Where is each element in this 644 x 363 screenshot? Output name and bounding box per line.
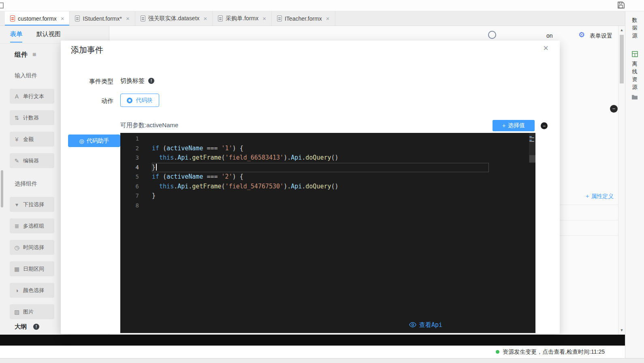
component-chip[interactable]: ◷时间选择 <box>10 240 54 255</box>
line-number: 5 <box>120 172 139 182</box>
scroll-up-arrow[interactable]: ▲ <box>618 28 625 32</box>
editor-icon: ✎ <box>14 158 20 164</box>
code-assistant-button[interactable]: ◎ 代码助手 <box>68 135 120 147</box>
rail-label-char: 源 <box>632 83 638 91</box>
select-value-button[interactable]: + 选择值 <box>493 120 535 131</box>
component-chip-label: 计数器 <box>23 114 39 122</box>
close-icon[interactable]: × <box>262 15 266 22</box>
remove-block-button[interactable]: − <box>541 122 548 129</box>
event-type-value: 切换标签 ! <box>120 77 154 85</box>
gear-icon[interactable]: ⚙ <box>578 30 585 39</box>
tab-default-view[interactable]: 默认视图 <box>36 30 61 38</box>
component-chip-label: 编辑器 <box>23 157 39 164</box>
line-number: 3 <box>120 153 139 163</box>
toolbar-circle-icon[interactable] <box>488 31 496 39</box>
component-chip[interactable]: A单行文本 <box>10 89 54 104</box>
code-line: 5if (activeName === '2') { <box>120 172 535 182</box>
file-tab[interactable]: 采购单.formx× <box>213 11 272 26</box>
grid-row-divider <box>560 205 618 205</box>
assistant-icon: ◎ <box>79 138 84 144</box>
component-chip[interactable]: ◑颜色选择 <box>10 283 54 298</box>
code-line: 3 this.Api.getFrame('field_66583413').Ap… <box>120 153 535 163</box>
code-line: 7} <box>120 191 535 201</box>
app-window: customer.formx×IStudent.formx*×强关联实体.dat… <box>0 0 644 363</box>
file-tab[interactable]: 强关联实体.datasetx× <box>135 11 213 26</box>
rail-item-datasource[interactable]: 数据源 <box>625 16 644 39</box>
line-number: 2 <box>120 144 139 154</box>
outline-section[interactable]: 大纲 ! <box>15 320 39 333</box>
form-settings-button[interactable]: 表单设置 <box>590 32 612 40</box>
close-icon[interactable]: × <box>326 15 330 22</box>
window-title-bar <box>0 0 644 11</box>
file-tab[interactable]: ITeacher.formx× <box>272 11 335 26</box>
component-chip[interactable]: ▾下拉选择 <box>10 197 54 212</box>
file-tab-label: ITeacher.formx <box>285 15 322 22</box>
close-icon[interactable]: × <box>543 43 548 53</box>
component-chip[interactable]: ▨图片 <box>10 304 54 319</box>
amount-icon: ¥ <box>14 136 20 143</box>
info-icon[interactable]: ! <box>148 78 154 84</box>
component-chip-label: 单行文本 <box>23 93 44 100</box>
assistant-label: 代码助手 <box>87 137 109 145</box>
close-icon[interactable]: × <box>126 15 130 22</box>
close-icon[interactable]: × <box>204 15 207 22</box>
select-value-label: 选择值 <box>508 122 525 129</box>
code-line: 1 <box>120 134 535 144</box>
status-message[interactable]: 资源发生变更，点击查看,检查时间:11:25 <box>503 348 605 356</box>
component-chip[interactable]: ▦日期区间 <box>10 261 54 276</box>
color-picker-icon: ◑ <box>14 287 20 294</box>
resource-rail: 数据源 离线资源 <box>625 11 644 358</box>
dropdown-icon: ▾ <box>14 201 20 208</box>
code-line: 8 <box>120 201 535 211</box>
current-line-highlight <box>152 163 489 173</box>
code-editor[interactable]: 12if (activeName === '1') {3 this.Api.ge… <box>120 133 535 333</box>
grid-row-divider <box>560 235 618 236</box>
file-tab-label: 采购单.formx <box>226 15 258 22</box>
component-chip[interactable]: ✎编辑器 <box>10 153 54 168</box>
sidebar-scrollbar-thumb[interactable] <box>1 170 3 207</box>
rail-label-char: 源 <box>632 32 638 39</box>
close-icon[interactable]: × <box>61 15 64 22</box>
plus-icon: + <box>586 193 589 200</box>
menu-icon[interactable]: ≡ <box>32 51 36 58</box>
code-block-label: 代码块 <box>136 97 153 104</box>
tab-form[interactable]: 表单 <box>10 30 22 43</box>
file-tab-bar: customer.formx×IStudent.formx*×强关联实体.dat… <box>0 11 625 26</box>
component-chip[interactable]: ≣多选框组 <box>10 218 54 233</box>
single-line-text-icon: A <box>14 93 20 100</box>
line-number: 8 <box>120 201 139 211</box>
editor-scrollbar-thumb[interactable] <box>529 155 535 162</box>
image-icon: ▨ <box>14 309 20 315</box>
file-icon <box>141 15 145 21</box>
vertical-scrollbar[interactable]: ▲ ▼ <box>618 26 625 335</box>
minimap-line <box>529 137 534 138</box>
code-line: 4} <box>120 163 535 173</box>
collapse-panel-button[interactable]: − <box>610 105 618 113</box>
component-chip[interactable]: ⇅计数器 <box>10 110 54 125</box>
scrollbar-thumb[interactable] <box>620 35 624 83</box>
rail-label-char: 线 <box>632 68 638 75</box>
add-event-dialog: 添加事件 × 事件类型 切换标签 ! 动作 代码块 可用参数:activeNam… <box>61 41 560 334</box>
folder-icon[interactable] <box>625 94 644 101</box>
file-tab-label: 强关联实体.datasetx <box>148 15 200 22</box>
dialog-title: 添加事件 <box>71 45 103 56</box>
plus-icon: + <box>502 122 505 129</box>
rail-item-offline-resource[interactable]: 离线资源 <box>625 60 644 91</box>
line-number: 1 <box>120 134 139 144</box>
scroll-down-arrow[interactable]: ▼ <box>618 328 625 332</box>
view-api-link[interactable]: 查看Api <box>409 321 442 329</box>
save-icon[interactable] <box>616 1 625 10</box>
code-text: } <box>152 191 156 201</box>
file-tab[interactable]: customer.formx× <box>5 11 70 26</box>
minimap-line <box>529 136 532 137</box>
event-type-text: 切换标签 <box>120 77 145 85</box>
code-text: if (activeName === '2') { <box>152 172 243 182</box>
code-block-action-button[interactable]: 代码块 <box>120 94 159 107</box>
line-number: 4 <box>120 163 139 173</box>
component-chip-label: 多选框组 <box>23 222 44 230</box>
component-chip[interactable]: ¥金额 <box>10 132 54 147</box>
date-range-icon: ▦ <box>14 266 20 272</box>
file-tab[interactable]: IStudent.formx*× <box>70 11 135 26</box>
code-line: 2if (activeName === '1') { <box>120 144 535 154</box>
add-property-definition-link[interactable]: + 属性定义 <box>586 193 614 200</box>
